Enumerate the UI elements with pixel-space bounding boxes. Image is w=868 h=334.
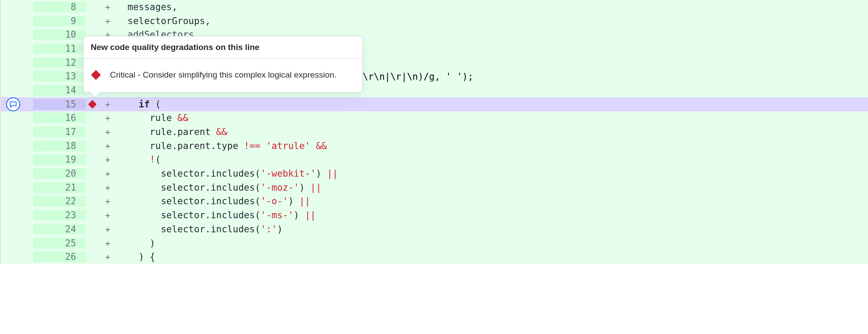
- line-number[interactable]: 8: [33, 2, 86, 12]
- code-token: 'atrule': [266, 141, 310, 151]
- code-row[interactable]: 21+ selector.includes('-moz-') ||: [1, 181, 868, 195]
- code-content[interactable]: rule.parent.type !== 'atrule' &&: [116, 141, 868, 151]
- code-token: &&: [216, 127, 227, 137]
- line-number[interactable]: 22: [33, 196, 86, 206]
- code-content[interactable]: selector.includes('-moz-') ||: [116, 182, 868, 193]
- code-token: !==: [244, 141, 261, 151]
- code-token: '-webkit-': [261, 168, 316, 179]
- code-token: ): [288, 196, 299, 206]
- line-number[interactable]: 16: [33, 113, 86, 123]
- code-token: rule: [150, 113, 177, 123]
- code-content[interactable]: selector.includes('-o-') ||: [116, 196, 868, 206]
- code-token: '-moz-': [261, 182, 300, 193]
- code-token: rule.parent.type: [150, 141, 244, 151]
- code-content[interactable]: ): [116, 238, 868, 249]
- code-token: &&: [316, 141, 327, 151]
- line-number[interactable]: 17: [33, 127, 86, 137]
- code-token: ||: [311, 182, 321, 193]
- line-number[interactable]: 25: [33, 238, 86, 249]
- diff-sign: +: [99, 99, 116, 110]
- code-content[interactable]: messages,: [116, 2, 868, 12]
- code-row[interactable]: 9+ selectorGroups,: [1, 14, 868, 28]
- line-number[interactable]: 26: [33, 252, 86, 262]
- diff-sign: +: [99, 224, 116, 235]
- tooltip-body: Critical - Consider simplifying this com…: [84, 59, 362, 92]
- code-content[interactable]: selector.includes('-ms-') ||: [116, 210, 868, 220]
- diff-container: 8+ messages,9+ selectorGroups,10+ addSel…: [0, 0, 868, 264]
- severity-marker-column: [86, 101, 99, 107]
- tooltip-message: Critical - Consider simplifying this com…: [110, 70, 336, 80]
- code-row[interactable]: 15+ if (: [1, 97, 868, 111]
- code-row[interactable]: 19+ !(: [1, 153, 868, 167]
- code-token: messages,: [127, 2, 177, 12]
- code-token: &&: [177, 113, 188, 123]
- code-content[interactable]: !(: [116, 154, 868, 165]
- line-number[interactable]: 15: [33, 99, 86, 110]
- line-number[interactable]: 18: [33, 141, 86, 151]
- code-row[interactable]: 22+ selector.includes('-o-') ||: [1, 195, 868, 209]
- line-number[interactable]: 19: [33, 154, 86, 165]
- line-number[interactable]: 11: [33, 43, 86, 54]
- code-row[interactable]: 26+ ) {: [1, 250, 868, 264]
- code-content[interactable]: selector.includes('-webkit-') ||: [116, 168, 868, 179]
- code-token: !: [150, 154, 155, 165]
- line-number[interactable]: 12: [33, 57, 86, 68]
- code-token: (: [155, 154, 161, 165]
- code-row[interactable]: 24+ selector.includes(':'): [1, 222, 868, 236]
- code-token: ): [150, 238, 155, 249]
- line-number[interactable]: 23: [33, 210, 86, 220]
- code-content[interactable]: selector.includes(':'): [116, 224, 868, 235]
- code-row[interactable]: 23+ selector.includes('-ms-') ||: [1, 208, 868, 222]
- diff-sign: +: [99, 113, 116, 123]
- line-number[interactable]: 13: [33, 71, 86, 82]
- tooltip-title: New code quality degradations on this li…: [84, 36, 362, 59]
- line-number[interactable]: 9: [33, 16, 86, 26]
- partial-code-behind-tooltip: \r\n|\r|\n)/g, ' ');: [363, 71, 473, 82]
- code-row[interactable]: 18+ rule.parent.type !== 'atrule' &&: [1, 139, 868, 153]
- code-token: ): [316, 168, 327, 179]
- line-number[interactable]: 21: [33, 182, 86, 193]
- diff-sign: +: [99, 252, 116, 262]
- code-token: ): [299, 182, 310, 193]
- critical-diamond-icon[interactable]: [88, 100, 97, 109]
- code-content[interactable]: rule &&: [116, 113, 868, 123]
- line-number[interactable]: 10: [33, 29, 86, 40]
- code-token: [261, 141, 266, 151]
- code-token: [311, 141, 316, 151]
- diff-sign: +: [99, 16, 116, 26]
- code-token: selectorGroups,: [127, 16, 211, 26]
- diff-sign: +: [99, 196, 116, 206]
- code-content[interactable]: ) {: [116, 252, 868, 262]
- code-token: selector.includes(: [161, 210, 261, 220]
- code-row[interactable]: 25+ ): [1, 236, 868, 250]
- code-token: selector.includes(: [161, 196, 261, 206]
- code-content[interactable]: selectorGroups,: [116, 16, 868, 26]
- diff-sign: +: [99, 154, 116, 165]
- code-token: ) {: [139, 252, 155, 262]
- diff-sign: +: [99, 238, 116, 249]
- code-token: if: [139, 99, 150, 110]
- code-token: ':': [261, 224, 277, 235]
- code-content[interactable]: if (: [116, 99, 868, 110]
- code-content[interactable]: rule.parent &&: [116, 127, 868, 137]
- code-row[interactable]: 16+ rule &&: [1, 111, 868, 125]
- code-token: ||: [299, 196, 310, 206]
- code-row[interactable]: 20+ selector.includes('-webkit-') ||: [1, 167, 868, 181]
- code-token: ): [294, 210, 305, 220]
- code-token: rule.parent: [150, 127, 216, 137]
- code-token: ||: [305, 210, 316, 220]
- code-row[interactable]: 8+ messages,: [1, 0, 868, 14]
- line-number[interactable]: 20: [33, 168, 86, 179]
- code-row[interactable]: 17+ rule.parent &&: [1, 125, 868, 139]
- code-token: selector.includes(: [161, 224, 261, 235]
- code-token: '-ms-': [261, 210, 294, 220]
- line-number[interactable]: 24: [33, 224, 86, 235]
- critical-diamond-icon: [91, 70, 101, 80]
- diff-sign: +: [99, 182, 116, 193]
- code-token: '-o-': [261, 196, 288, 206]
- code-quality-tooltip[interactable]: New code quality degradations on this li…: [83, 36, 363, 92]
- diff-sign: +: [99, 141, 116, 151]
- line-number[interactable]: 14: [33, 85, 86, 96]
- code-token: ): [277, 224, 283, 235]
- comment-bubble-icon[interactable]: [6, 97, 20, 111]
